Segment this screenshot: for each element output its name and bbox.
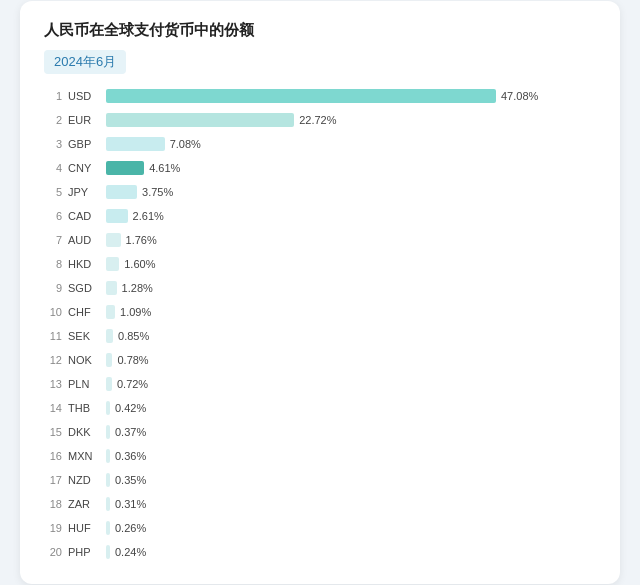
bar-container: 0.85% <box>106 329 596 343</box>
rank-label: 14 <box>44 402 62 414</box>
bar-container: 7.08% <box>106 137 596 151</box>
bar-value-label: 2.61% <box>133 210 164 222</box>
bar-value-label: 0.42% <box>115 402 146 414</box>
chart-subtitle: 2024年6月 <box>44 50 126 74</box>
currency-code: DKK <box>68 426 100 438</box>
bar <box>106 257 119 271</box>
bar-value-label: 47.08% <box>501 90 538 102</box>
bar-container: 1.09% <box>106 305 596 319</box>
currency-code: NOK <box>68 354 100 366</box>
rank-label: 1 <box>44 90 62 102</box>
bar-value-label: 1.09% <box>120 306 151 318</box>
currency-code: CNY <box>68 162 100 174</box>
bar-row: 7AUD1.76% <box>44 230 596 250</box>
bar-container: 0.72% <box>106 377 596 391</box>
rank-label: 16 <box>44 450 62 462</box>
bar-container: 3.75% <box>106 185 596 199</box>
bar-row: 10CHF1.09% <box>44 302 596 322</box>
bar <box>106 377 112 391</box>
bar-value-label: 0.35% <box>115 474 146 486</box>
bar-container: 47.08% <box>106 89 596 103</box>
bar <box>106 329 113 343</box>
bar-value-label: 0.36% <box>115 450 146 462</box>
rank-label: 8 <box>44 258 62 270</box>
bar-row: 1USD47.08% <box>44 86 596 106</box>
bar-row: 3GBP7.08% <box>44 134 596 154</box>
bar <box>106 521 110 535</box>
bar <box>106 137 165 151</box>
currency-code: PHP <box>68 546 100 558</box>
currency-code: EUR <box>68 114 100 126</box>
bar-row: 8HKD1.60% <box>44 254 596 274</box>
bar-value-label: 0.85% <box>118 330 149 342</box>
bar-row: 12NOK0.78% <box>44 350 596 370</box>
bar <box>106 113 294 127</box>
currency-code: SEK <box>68 330 100 342</box>
currency-code: NZD <box>68 474 100 486</box>
bar-value-label: 0.26% <box>115 522 146 534</box>
rank-label: 3 <box>44 138 62 150</box>
bar <box>106 305 115 319</box>
bar-row: 4CNY4.61% <box>44 158 596 178</box>
rank-label: 6 <box>44 210 62 222</box>
currency-code: USD <box>68 90 100 102</box>
rank-label: 9 <box>44 282 62 294</box>
rank-label: 12 <box>44 354 62 366</box>
bar-value-label: 3.75% <box>142 186 173 198</box>
bar-container: 1.60% <box>106 257 596 271</box>
rank-label: 5 <box>44 186 62 198</box>
bar <box>106 497 110 511</box>
rank-label: 11 <box>44 330 62 342</box>
chart-card: 人民币在全球支付货币中的份额 2024年6月 1USD47.08%2EUR22.… <box>20 1 620 584</box>
rank-label: 10 <box>44 306 62 318</box>
rank-label: 15 <box>44 426 62 438</box>
rank-label: 2 <box>44 114 62 126</box>
bar-row: 13PLN0.72% <box>44 374 596 394</box>
bar-container: 0.31% <box>106 497 596 511</box>
bar-container: 0.37% <box>106 425 596 439</box>
bar-value-label: 1.28% <box>122 282 153 294</box>
bar <box>106 401 110 415</box>
bar-value-label: 1.76% <box>126 234 157 246</box>
bar-container: 0.26% <box>106 521 596 535</box>
bar-row: 14THB0.42% <box>44 398 596 418</box>
bar-container: 0.78% <box>106 353 596 367</box>
bar <box>106 185 137 199</box>
bar-row: 17NZD0.35% <box>44 470 596 490</box>
bar-value-label: 4.61% <box>149 162 180 174</box>
bar-value-label: 0.37% <box>115 426 146 438</box>
bar-container: 22.72% <box>106 113 596 127</box>
bar-row: 6CAD2.61% <box>44 206 596 226</box>
bar-value-label: 1.60% <box>124 258 155 270</box>
bar-container: 1.28% <box>106 281 596 295</box>
bar-value-label: 0.72% <box>117 378 148 390</box>
rank-label: 18 <box>44 498 62 510</box>
currency-code: CHF <box>68 306 100 318</box>
bar <box>106 281 117 295</box>
bar <box>106 233 121 247</box>
chart-title: 人民币在全球支付货币中的份额 <box>44 21 596 40</box>
rank-label: 19 <box>44 522 62 534</box>
rank-label: 17 <box>44 474 62 486</box>
bar-row: 15DKK0.37% <box>44 422 596 442</box>
currency-code: HKD <box>68 258 100 270</box>
rank-label: 4 <box>44 162 62 174</box>
rank-label: 7 <box>44 234 62 246</box>
bar <box>106 449 110 463</box>
bar-row: 18ZAR0.31% <box>44 494 596 514</box>
rank-label: 20 <box>44 546 62 558</box>
currency-code: AUD <box>68 234 100 246</box>
rank-label: 13 <box>44 378 62 390</box>
bar-container: 0.35% <box>106 473 596 487</box>
bar <box>106 473 110 487</box>
bar-row: 5JPY3.75% <box>44 182 596 202</box>
bar-row: 2EUR22.72% <box>44 110 596 130</box>
bar <box>106 425 110 439</box>
bar <box>106 209 128 223</box>
currency-code: JPY <box>68 186 100 198</box>
currency-code: HUF <box>68 522 100 534</box>
currency-code: GBP <box>68 138 100 150</box>
bar-value-label: 7.08% <box>170 138 201 150</box>
currency-code: MXN <box>68 450 100 462</box>
currency-code: SGD <box>68 282 100 294</box>
